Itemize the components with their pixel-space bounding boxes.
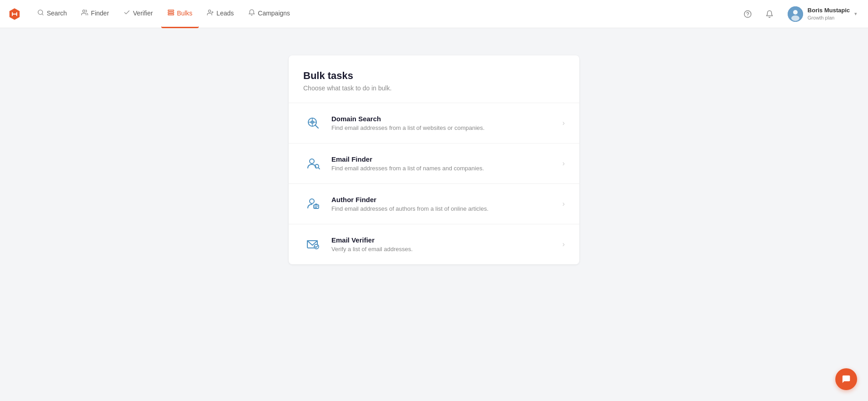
author-finder-desc: Find email addresses of authors from a l…	[331, 205, 557, 212]
task-item-domain-search[interactable]: Domain Search Find email addresses from …	[289, 103, 579, 143]
bulks-nav-icon	[168, 9, 174, 17]
nav-verifier-label: Verifier	[133, 10, 153, 17]
author-finder-name: Author Finder	[331, 196, 557, 203]
svg-line-20	[318, 168, 320, 169]
verifier-nav-icon	[123, 9, 130, 17]
task-item-email-finder[interactable]: Email Finder Find email addresses from a…	[289, 143, 579, 183]
bulk-card-header: Bulk tasks Choose what task to do in bul…	[289, 70, 579, 103]
domain-search-text: Domain Search Find email addresses from …	[331, 115, 557, 131]
svg-point-6	[208, 10, 211, 12]
nav-item-verifier[interactable]: Verifier	[117, 0, 159, 28]
task-item-email-verifier[interactable]: Email Verifier Verify a list of email ad…	[289, 224, 579, 264]
user-menu[interactable]: Boris Mustapic Growth plan ▾	[784, 5, 861, 24]
email-finder-chevron: ›	[562, 159, 565, 168]
svg-line-1	[42, 14, 43, 15]
nav-item-bulks[interactable]: Bulks	[161, 0, 199, 28]
user-info: Boris Mustapic Growth plan	[808, 7, 850, 21]
bulk-tasks-card: Bulk tasks Choose what task to do in bul…	[289, 55, 579, 264]
svg-point-13	[791, 15, 799, 21]
svg-point-12	[793, 10, 798, 15]
navbar: Search Finder Verifier	[0, 0, 868, 28]
notifications-button[interactable]	[762, 7, 777, 21]
email-verifier-name: Email Verifier	[331, 236, 557, 244]
nav-item-finder[interactable]: Finder	[75, 0, 115, 28]
nav-right: Boris Mustapic Growth plan ▾	[740, 5, 861, 24]
svg-point-18	[310, 159, 314, 163]
help-button[interactable]	[740, 7, 755, 21]
nav-leads-label: Leads	[217, 10, 234, 17]
chat-support-button[interactable]	[835, 368, 857, 390]
author-finder-text: Author Finder Find email addresses of au…	[331, 196, 557, 212]
nav-campaigns-label: Campaigns	[258, 10, 290, 17]
svg-point-21	[310, 199, 314, 203]
nav-item-leads[interactable]: Leads	[201, 0, 240, 28]
main-content: Bulk tasks Choose what task to do in bul…	[0, 28, 868, 401]
campaigns-nav-icon	[248, 9, 255, 17]
user-name: Boris Mustapic	[808, 7, 850, 15]
svg-rect-4	[168, 12, 174, 13]
email-finder-desc: Find email addresses from a list of name…	[331, 165, 557, 172]
email-finder-icon-wrap	[303, 153, 323, 173]
svg-rect-3	[168, 10, 174, 11]
nav-bulks-label: Bulks	[177, 10, 192, 17]
email-verifier-chevron: ›	[562, 240, 565, 248]
domain-search-icon-wrap	[303, 113, 323, 133]
bulk-tasks-subtitle: Choose what task to do in bulk.	[303, 84, 565, 92]
svg-rect-22	[314, 205, 319, 208]
email-verifier-desc: Verify a list of email addresses.	[331, 246, 557, 252]
domain-search-name: Domain Search	[331, 115, 557, 123]
user-menu-chevron: ▾	[854, 11, 857, 17]
finder-nav-icon	[81, 9, 88, 17]
avatar	[788, 6, 803, 22]
nav-item-campaigns[interactable]: Campaigns	[242, 0, 296, 28]
svg-line-15	[316, 125, 319, 129]
svg-point-2	[83, 10, 85, 12]
author-finder-icon-wrap	[303, 194, 323, 214]
domain-search-desc: Find email addresses from a list of webs…	[331, 124, 557, 131]
bulk-tasks-title: Bulk tasks	[303, 70, 565, 82]
nav-item-search[interactable]: Search	[31, 0, 73, 28]
author-finder-chevron: ›	[562, 200, 565, 208]
nav-search-label: Search	[47, 10, 67, 17]
email-finder-name: Email Finder	[331, 155, 557, 163]
svg-rect-5	[168, 14, 174, 15]
app-logo[interactable]	[7, 7, 22, 21]
task-item-author-finder[interactable]: Author Finder Find email addresses of au…	[289, 183, 579, 224]
email-finder-text: Email Finder Find email addresses from a…	[331, 155, 557, 172]
email-verifier-text: Email Verifier Verify a list of email ad…	[331, 236, 557, 252]
leads-nav-icon	[207, 9, 214, 17]
search-nav-icon	[37, 9, 44, 17]
email-verifier-icon-wrap	[303, 234, 323, 254]
nav-items: Search Finder Verifier	[31, 0, 740, 28]
user-plan: Growth plan	[808, 15, 850, 21]
domain-search-chevron: ›	[562, 119, 565, 127]
nav-finder-label: Finder	[91, 10, 109, 17]
